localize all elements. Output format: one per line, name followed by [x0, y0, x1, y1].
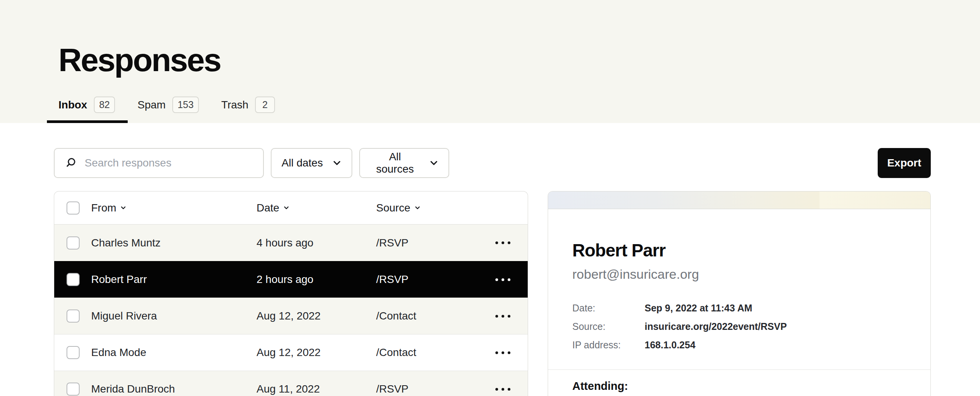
- date-filter-value: All dates: [282, 157, 323, 169]
- date-filter-dropdown[interactable]: All dates: [271, 148, 352, 178]
- row-checkbox[interactable]: [67, 383, 80, 396]
- row-date-cell: Aug 12, 2022: [257, 310, 376, 322]
- row-source-cell: /Contact: [376, 310, 485, 322]
- chevron-down-icon: [332, 158, 342, 168]
- search-input-wrap[interactable]: [54, 148, 264, 178]
- responses-table: From Date Source: [54, 191, 528, 396]
- source-filter-value: All sources: [370, 151, 420, 175]
- ellipsis-icon[interactable]: [495, 278, 510, 281]
- meta-label: IP address:: [572, 336, 645, 354]
- tab[interactable]: Spam 153: [137, 97, 199, 123]
- row-date-cell: Aug 11, 2022: [257, 383, 376, 395]
- meta-value: insuricare.org/2022event/RSVP: [645, 317, 787, 336]
- detail-body: Robert Parr robert@insuricare.org Date: …: [548, 240, 930, 393]
- column-header-date[interactable]: Date: [257, 202, 376, 214]
- responses-page: Responses Inbox 82 Spam 153 Trash 2 All …: [0, 0, 980, 396]
- row-date-cell: 4 hours ago: [257, 237, 376, 249]
- main-content: From Date Source: [54, 191, 931, 396]
- column-header-source[interactable]: Source: [376, 202, 485, 214]
- row-checkbox[interactable]: [67, 346, 80, 359]
- ellipsis-icon[interactable]: [495, 388, 510, 391]
- meta-value: Sep 9, 2022 at 11:43 AM: [645, 299, 752, 317]
- row-date-cell: 2 hours ago: [257, 273, 376, 286]
- detail-meta-row: IP address: 168.1.0.254: [572, 336, 906, 354]
- row-from-cell: Merida DunBroch: [91, 383, 257, 395]
- row-from-cell: Miguel Rivera: [91, 310, 257, 322]
- source-filter-dropdown[interactable]: All sources: [359, 148, 449, 178]
- detail-banner: [548, 191, 930, 209]
- detail-meta-row: Source: insuricare.org/2022event/RSVP: [572, 317, 906, 336]
- table-row[interactable]: Miguel Rivera Aug 12, 2022 /Contact: [54, 298, 528, 334]
- detail-name: Robert Parr: [572, 240, 906, 261]
- tab[interactable]: Trash 2: [221, 97, 275, 123]
- tab-label: Trash: [221, 99, 248, 111]
- meta-label: Source:: [572, 317, 645, 336]
- tab-count-badge: 82: [94, 97, 115, 113]
- detail-email: robert@insuricare.org: [572, 267, 906, 282]
- row-date-cell: Aug 12, 2022: [257, 346, 376, 359]
- row-checkbox[interactable]: [67, 273, 80, 286]
- column-header-from[interactable]: From: [91, 202, 257, 214]
- row-checkbox[interactable]: [67, 309, 80, 323]
- row-from-cell: Edna Mode: [91, 346, 257, 359]
- table-row[interactable]: Edna Mode Aug 12, 2022 /Contact: [54, 334, 528, 371]
- table-body: Charles Muntz 4 hours ago /RSVP Robert P…: [54, 225, 528, 396]
- chevron-down-icon: [429, 158, 438, 168]
- attending-heading: Attending:: [572, 380, 906, 393]
- meta-value: 168.1.0.254: [645, 336, 695, 354]
- table-row[interactable]: Charles Muntz 4 hours ago /RSVP: [54, 225, 528, 261]
- row-source-cell: /Contact: [376, 346, 485, 359]
- row-checkbox[interactable]: [67, 236, 80, 250]
- search-input[interactable]: [85, 157, 253, 169]
- table-header-row: From Date Source: [54, 191, 528, 225]
- select-all-checkbox[interactable]: [67, 201, 80, 215]
- row-source-cell: /RSVP: [376, 273, 485, 286]
- chevron-down-icon: [283, 205, 290, 211]
- export-button[interactable]: Export: [878, 148, 931, 178]
- tab-label: Spam: [137, 99, 165, 111]
- tab-label: Inbox: [58, 99, 87, 111]
- tab[interactable]: Inbox 82: [58, 97, 115, 123]
- page-header: Responses Inbox 82 Spam 153 Trash 2: [0, 0, 980, 123]
- ellipsis-icon[interactable]: [495, 351, 510, 354]
- table-row[interactable]: Merida DunBroch Aug 11, 2022 /RSVP: [54, 371, 528, 396]
- divider: [548, 369, 930, 370]
- ellipsis-icon[interactable]: [495, 241, 510, 244]
- tab-bar: Inbox 82 Spam 153 Trash 2: [58, 97, 275, 123]
- page-title: Responses: [58, 42, 220, 79]
- search-icon: [65, 157, 77, 169]
- meta-label: Date:: [572, 299, 645, 317]
- ellipsis-icon[interactable]: [495, 315, 510, 318]
- row-source-cell: /RSVP: [376, 237, 485, 249]
- response-detail-panel: Robert Parr robert@insuricare.org Date: …: [548, 191, 931, 396]
- chevron-down-icon: [414, 205, 421, 211]
- row-from-cell: Charles Muntz: [91, 237, 257, 249]
- detail-meta: Date: Sep 9, 2022 at 11:43 AM Source: in…: [572, 299, 906, 354]
- row-from-cell: Robert Parr: [91, 273, 257, 286]
- tab-count-badge: 153: [172, 97, 199, 113]
- row-source-cell: /RSVP: [376, 383, 485, 395]
- detail-meta-row: Date: Sep 9, 2022 at 11:43 AM: [572, 299, 906, 317]
- chevron-down-icon: [120, 205, 127, 211]
- tab-count-badge: 2: [255, 97, 275, 113]
- table-row[interactable]: Robert Parr 2 hours ago /RSVP: [54, 261, 528, 298]
- toolbar: All dates All sources Export: [54, 148, 931, 178]
